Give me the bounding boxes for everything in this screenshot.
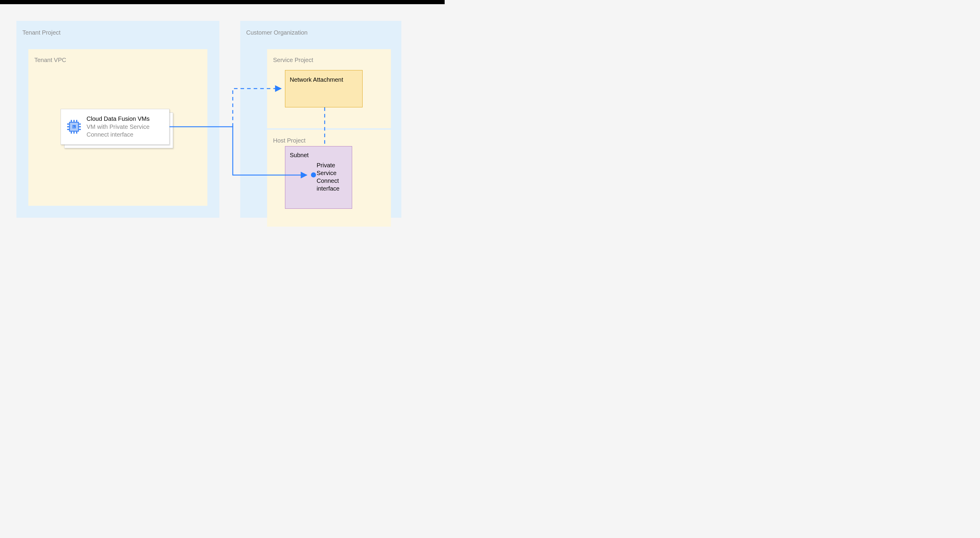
service-project-label: Service Project [273,57,313,63]
tenant-vpc-label: Tenant VPC [34,57,66,63]
tenant-project-label: Tenant Project [22,29,60,36]
service-project-container: Service Project Network Attachment [267,49,391,128]
host-project-label: Host Project [273,137,305,144]
top-black-bar [0,0,445,4]
network-attachment-label: Network Attachment [290,76,343,83]
vm-box: Cloud Data Fusion VMs VM with Private Se… [60,109,170,144]
tenant-project-container: Tenant Project Tenant VPC [16,21,220,218]
customer-org-label: Customer Organization [246,29,308,36]
vm-title: Cloud Data Fusion VMs [86,116,164,122]
customer-org-container: Customer Organization Service Project Ne… [240,21,401,218]
vm-subtitle: VM with Private Service Connect interfac… [86,123,164,138]
subnet-box: Subnet Private Service Connect interface [285,146,352,209]
subnet-label: Subnet [290,152,309,159]
compute-engine-icon [66,119,82,135]
network-attachment-box: Network Attachment [285,70,363,107]
psc-interface-dot [311,172,316,178]
tenant-vpc-container: Tenant VPC [29,49,207,206]
psc-interface-label: Private Service Connect interface [317,161,347,192]
vm-text-block: Cloud Data Fusion VMs VM with Private Se… [86,116,164,138]
host-project-container: Host Project Subnet Private Service Conn… [267,130,391,227]
